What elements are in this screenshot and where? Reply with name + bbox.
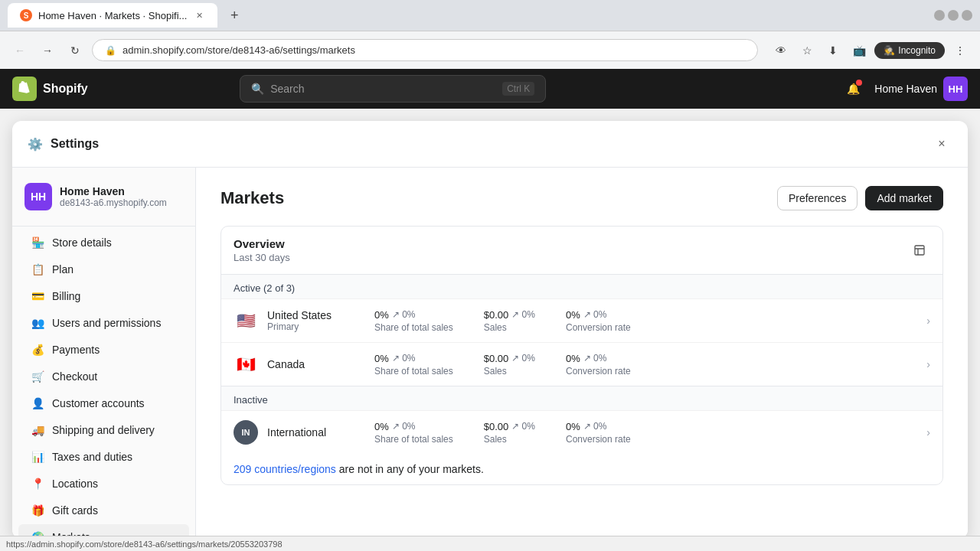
us-conversion-stat: 0% ↗ 0% Conversion rate <box>566 309 631 333</box>
sidebar-label-plan: Plan <box>52 263 74 276</box>
us-share-label: Share of total sales <box>374 322 453 333</box>
int-conversion-stat: 0% ↗ 0% Conversion rate <box>566 421 631 445</box>
sidebar-item-customer-accounts[interactable]: 👤 Customer accounts <box>18 390 189 416</box>
forward-button[interactable]: → <box>37 40 58 61</box>
address-bar-url: admin.shopify.com/store/de8143-a6/settin… <box>122 44 355 56</box>
browser-tab[interactable]: S Home Haven · Markets · Shopifi... ✕ <box>8 3 217 28</box>
payments-icon: 💰 <box>31 343 44 357</box>
minimize-button[interactable] <box>934 10 945 21</box>
ca-flag: 🇨🇦 <box>234 352 258 377</box>
sidebar-label-gift-cards: Gift cards <box>52 504 98 517</box>
store-info: HH Home Haven de8143-a6.myshopify.com <box>12 177 195 223</box>
close-window-button[interactable] <box>962 10 972 21</box>
us-sales-change: ↗ 0% <box>511 309 535 320</box>
overview-card-titles: Overview Last 30 days <box>234 237 290 263</box>
int-market-name: International <box>267 426 374 439</box>
sidebar-item-billing[interactable]: 💳 Billing <box>18 283 189 309</box>
int-conversion-value: 0% ↗ 0% <box>566 421 631 432</box>
address-bar[interactable]: 🔒 admin.shopify.com/store/de8143-a6/sett… <box>92 39 758 61</box>
shopify-bar-actions: 🔔 Home Haven HH <box>841 77 968 101</box>
plan-icon: 📋 <box>31 262 44 276</box>
page-actions: Preferences Add market <box>777 186 943 210</box>
us-share-value: 0% ↗ 0% <box>374 309 453 321</box>
new-tab-button[interactable]: + <box>224 5 245 26</box>
shopify-logo-label: Shopify <box>43 82 88 96</box>
ca-conversion-label: Conversion rate <box>566 366 631 377</box>
sidebar-item-plan[interactable]: 📋 Plan <box>18 256 189 282</box>
sidebar-label-checkout: Checkout <box>52 370 97 383</box>
customer-accounts-icon: 👤 <box>31 396 44 410</box>
us-share-change: ↗ 0% <box>392 309 416 320</box>
countries-note-text: are not in any of your markets. <box>336 463 484 475</box>
store-name: Home Haven <box>874 83 937 95</box>
search-icon: 🔍 <box>251 83 264 95</box>
checkout-icon: 🛒 <box>31 370 44 383</box>
shopify-search-bar[interactable]: 🔍 Search Ctrl K <box>240 75 546 103</box>
ca-share-label: Share of total sales <box>374 366 453 377</box>
page-title: Markets <box>220 188 284 208</box>
int-share-value: 0% ↗ 0% <box>374 421 453 432</box>
settings-content: HH Home Haven de8143-a6.myshopify.com 🏪 … <box>12 168 968 539</box>
search-placeholder: Search <box>270 83 304 95</box>
sidebar-label-billing: Billing <box>52 290 80 302</box>
overview-info-button[interactable] <box>909 240 930 261</box>
sidebar-item-taxes-duties[interactable]: 📊 Taxes and duties <box>18 444 189 470</box>
int-share-label: Share of total sales <box>374 434 453 445</box>
countries-regions-link[interactable]: 209 countries/regions <box>234 463 336 475</box>
sidebar-store-url: de8143-a6.myshopify.com <box>60 197 167 208</box>
ca-conversion-stat: 0% ↗ 0% Conversion rate <box>566 353 631 377</box>
int-market-stats: 0% ↗ 0% Share of total sales $0.00 ↗ 0% <box>374 421 926 445</box>
sidebar-item-shipping-delivery[interactable]: 🚚 Shipping and delivery <box>18 417 189 443</box>
maximize-button[interactable] <box>948 10 959 21</box>
market-row-united-states[interactable]: 🇺🇸 United States Primary 0% ↗ 0% <box>221 298 942 342</box>
store-selector-button[interactable]: Home Haven HH <box>874 77 968 101</box>
overview-card-header: Overview Last 30 days <box>221 227 942 274</box>
status-bar-url: https://admin.shopify.com/store/de8143-a… <box>6 540 283 549</box>
us-sales-label: Sales <box>484 322 535 333</box>
int-chevron-icon: › <box>926 426 930 439</box>
us-conversion-value: 0% ↗ 0% <box>566 309 631 321</box>
incognito-button[interactable]: 🕵 Incognito <box>874 42 945 59</box>
page-header: Markets Preferences Add market <box>220 186 943 210</box>
browser-title-bar: S Home Haven · Markets · Shopifi... ✕ + <box>0 0 980 31</box>
market-row-international[interactable]: IN International 0% ↗ 0% Share <box>221 410 942 454</box>
int-share-stat: 0% ↗ 0% Share of total sales <box>374 421 453 445</box>
sidebar-item-locations[interactable]: 📍 Locations <box>18 471 189 497</box>
sidebar-item-users-permissions[interactable]: 👥 Users and permissions <box>18 310 189 336</box>
int-share-change: ↗ 0% <box>392 421 416 432</box>
sidebar-label-shipping-delivery: Shipping and delivery <box>52 424 155 436</box>
sidebar-item-checkout[interactable]: 🛒 Checkout <box>18 364 189 390</box>
cast-button[interactable]: 📺 <box>848 40 870 61</box>
us-conversion-change: ↗ 0% <box>583 309 607 320</box>
bookmark-button[interactable]: ☆ <box>796 40 818 61</box>
preferences-button[interactable]: Preferences <box>777 186 858 210</box>
sidebar-label-locations: Locations <box>52 478 98 490</box>
billing-icon: 💳 <box>31 289 44 303</box>
shopify-logo[interactable]: Shopify <box>12 77 88 101</box>
status-bar: https://admin.shopify.com/store/de8143-a… <box>0 536 980 551</box>
settings-close-button[interactable]: × <box>931 133 952 155</box>
reload-button[interactable]: ↻ <box>64 40 86 61</box>
tab-title: Home Haven · Markets · Shopifi... <box>38 10 187 21</box>
sidebar-label-customer-accounts: Customer accounts <box>52 397 145 409</box>
back-button[interactable]: ← <box>9 40 31 61</box>
sidebar-item-store-details[interactable]: 🏪 Store details <box>18 230 189 256</box>
incognito-label: Incognito <box>898 45 936 56</box>
incognito-icon: 🕵 <box>884 45 895 56</box>
download-button[interactable]: ⬇ <box>822 40 844 61</box>
gear-icon: ⚙️ <box>28 137 43 152</box>
sidebar-item-payments[interactable]: 💰 Payments <box>18 337 189 363</box>
ca-sales-stat: $0.00 ↗ 0% Sales <box>484 353 535 377</box>
sidebar-item-gift-cards[interactable]: 🎁 Gift cards <box>18 497 189 523</box>
tab-favicon: S <box>20 9 32 21</box>
market-row-canada[interactable]: 🇨🇦 Canada 0% ↗ 0% Share of to <box>221 342 942 386</box>
shipping-icon: 🚚 <box>31 423 44 437</box>
tab-close-button[interactable]: ✕ <box>193 9 205 21</box>
eye-off-icon[interactable]: 👁 <box>770 40 792 61</box>
shopify-app-bar: Shopify 🔍 Search Ctrl K 🔔 Home Haven HH <box>0 69 980 109</box>
notification-button[interactable]: 🔔 <box>841 77 865 101</box>
sidebar-divider <box>12 226 195 227</box>
add-market-button[interactable]: Add market <box>865 186 943 210</box>
more-button[interactable]: ⋮ <box>949 40 971 61</box>
us-sales-stat: $0.00 ↗ 0% Sales <box>484 309 535 333</box>
